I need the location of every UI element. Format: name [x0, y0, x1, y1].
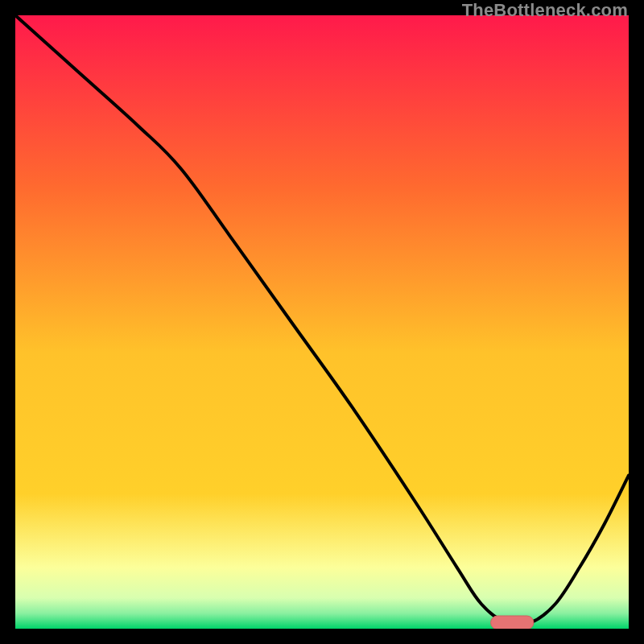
optimal-marker	[491, 616, 534, 629]
plot-area	[15, 15, 629, 629]
chart-svg	[15, 15, 629, 629]
watermark-text: TheBottleneck.com	[462, 0, 628, 21]
gradient-background	[15, 15, 629, 629]
chart-frame: TheBottleneck.com	[0, 0, 644, 644]
